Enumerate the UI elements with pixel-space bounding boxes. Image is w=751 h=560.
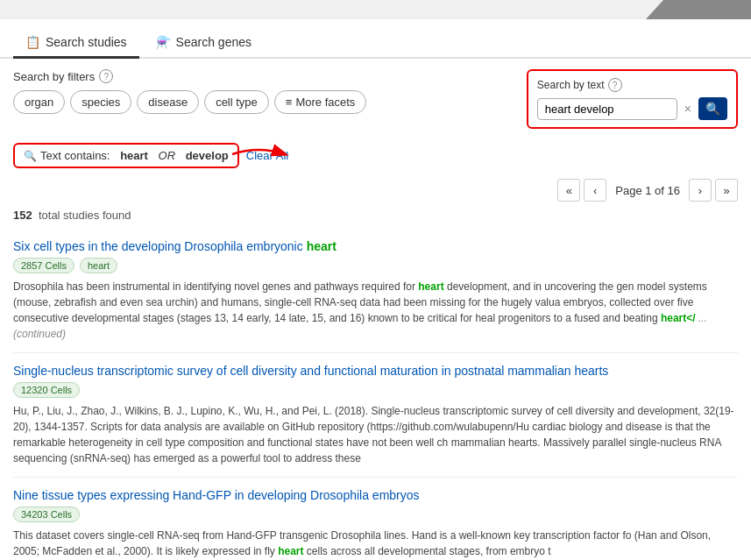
next-page-button[interactable]: › (689, 179, 712, 202)
study-3-title-text: Nine tissue types expressing Hand-GFP in… (13, 488, 420, 502)
filter-organ-button[interactable]: organ (13, 90, 65, 114)
text-search-input[interactable] (537, 98, 677, 120)
study-1-title-before: Six cell types in the developing Drosoph… (13, 239, 307, 253)
study-3-cells-badge: 34203 Cells (13, 507, 80, 522)
more-facets-label: More facets (295, 96, 355, 109)
text-search-clear-button[interactable]: × (681, 100, 695, 117)
filter-label-text: Search by filters (13, 70, 95, 83)
study-3-title-link[interactable]: Nine tissue types expressing Hand-GFP in… (13, 488, 738, 502)
text-search-submit-button[interactable]: 🔍 (698, 97, 727, 120)
filter-disease-button[interactable]: disease (137, 90, 199, 114)
study-2-description: Hu, P., Liu, J., Zhao, J., Wilkins, B. J… (13, 403, 738, 466)
page-info: Page 1 of 16 (610, 184, 685, 197)
tab-search-studies[interactable]: 📋 Search studies (13, 28, 139, 59)
active-filter-term1: heart (120, 149, 148, 162)
text-search-container: Search by text ? × 🔍 (527, 69, 738, 129)
active-filter-term2: develop (186, 149, 229, 162)
active-filter-operator: OR (159, 149, 176, 162)
study-item: Nine tissue types expressing Hand-GFP in… (13, 478, 738, 560)
study-list: Six cell types in the developing Drosoph… (0, 229, 751, 560)
active-filter-prefix: Text contains: (40, 149, 110, 162)
search-studies-icon: 📋 (25, 35, 40, 49)
arrow-annotation (223, 141, 294, 170)
filter-cell-type-button[interactable]: cell type (204, 90, 269, 114)
main-container: 📋 Search studies ⚗️ Search genes Search … (0, 19, 751, 560)
study-2-title-link[interactable]: Single-nucleus transcriptomic survey of … (13, 364, 738, 378)
study-item: Six cell types in the developing Drosoph… (13, 229, 738, 353)
tab-search-genes-label: Search genes (176, 35, 252, 49)
text-search-help-icon[interactable]: ? (608, 78, 622, 92)
text-search-label-text: Search by text (537, 79, 605, 91)
filter-help-icon[interactable]: ? (99, 69, 113, 83)
filter-buttons: organ species disease cell type ≡ More f… (13, 90, 514, 114)
filter-species-button[interactable]: species (70, 90, 131, 114)
study-1-description: Drosophila has been instrumental in iden… (13, 279, 738, 342)
more-facets-icon: ≡ (286, 96, 293, 109)
tab-search-studies-label: Search studies (46, 35, 127, 49)
results-label: total studies found (39, 209, 131, 222)
study-1-tag-badge: heart (80, 258, 117, 273)
filters-panel: Search by filters ? organ species diseas… (13, 69, 514, 114)
active-filter-box: 🔍 Text contains: heart OR develop (13, 143, 239, 168)
active-filter-row: 🔍 Text contains: heart OR develop Clear … (13, 143, 738, 168)
results-number: 152 (13, 209, 32, 222)
prev-page-button[interactable]: ‹ (584, 179, 606, 202)
study-1-title-highlight: heart (307, 239, 337, 253)
tabs-row: 📋 Search studies ⚗️ Search genes (0, 19, 751, 59)
study-3-badges: 34203 Cells (13, 507, 738, 522)
pagination-row: « ‹ Page 1 of 16 › » (0, 175, 751, 205)
results-count: 152 total studies found (0, 205, 751, 229)
heart-highlight-3: heart (278, 545, 303, 557)
study-1-cells-badge: 2857 Cells (13, 258, 74, 273)
active-filter-search-icon: 🔍 (24, 150, 37, 162)
study-2-title-text: Single-nucleus transcriptomic survey of … (13, 364, 608, 378)
filter-section-label: Search by filters ? (13, 69, 514, 83)
text-search-row: × 🔍 (537, 97, 727, 120)
filter-more-button[interactable]: ≡ More facets (274, 90, 367, 114)
study-2-badges: 12320 Cells (13, 382, 738, 398)
study-2-cells-badge: 12320 Cells (13, 382, 80, 398)
heart-highlight-2: heart</ (661, 312, 696, 324)
heart-highlight-1: heart (418, 280, 443, 293)
search-genes-icon: ⚗️ (156, 35, 171, 49)
text-search-label: Search by text ? (537, 78, 727, 92)
continued-label: ...(continued) (13, 312, 707, 340)
study-3-description: This dataset covers single-cell RNA-seq … (13, 528, 738, 559)
first-page-button[interactable]: « (557, 179, 580, 202)
search-icon: 🔍 (705, 102, 720, 116)
study-1-badges: 2857 Cells heart (13, 258, 738, 273)
tab-search-genes[interactable]: ⚗️ Search genes (144, 28, 264, 59)
top-bar-corner (646, 0, 751, 19)
filters-and-text: Search by filters ? organ species diseas… (13, 69, 738, 129)
top-bar (0, 0, 751, 19)
study-item: Single-nucleus transcriptomic survey of … (13, 353, 738, 478)
search-section: Search by filters ? organ species diseas… (0, 59, 751, 136)
study-title-link[interactable]: Six cell types in the developing Drosoph… (13, 239, 738, 253)
last-page-button[interactable]: » (715, 179, 738, 202)
